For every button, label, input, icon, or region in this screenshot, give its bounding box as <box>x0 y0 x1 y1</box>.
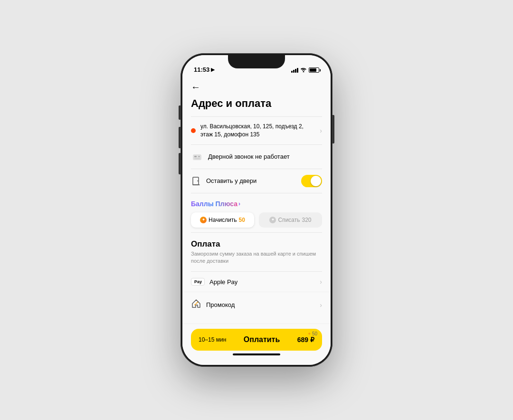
svg-point-8 <box>197 302 198 303</box>
door-toggle[interactable] <box>301 175 322 187</box>
pay-button[interactable]: 10–15 мин Оплатить ✦ 50 689 ₽ <box>191 329 322 351</box>
bottom-bar: 10–15 мин Оплатить ✦ 50 689 ₽ <box>182 324 331 365</box>
phone-screen: 11:53 ▶ <box>182 55 331 365</box>
payment-subtitle: Заморозим сумму заказа на вашей карте и … <box>191 250 322 265</box>
battery-icon <box>309 67 319 73</box>
svg-point-2 <box>199 156 200 157</box>
apple-pay-chevron-icon: › <box>320 278 322 286</box>
bonus-icon: ✦ <box>307 331 311 336</box>
back-button[interactable]: ← <box>191 82 322 93</box>
payment-section: Оплата Заморозим сумму заказа на вашей к… <box>182 233 331 272</box>
signal-icon <box>291 68 298 73</box>
delivery-time: 10–15 мин <box>199 336 226 343</box>
accrue-value: 50 <box>239 217 245 223</box>
apple-pay-badge-icon: Pay <box>191 278 205 286</box>
pay-bonus-amount: ✦ 50 <box>307 331 317 336</box>
notch <box>228 55 285 68</box>
silent-button <box>179 105 180 120</box>
door-icon <box>191 176 201 186</box>
apple-pay-row[interactable]: Pay Apple Pay › <box>182 272 331 292</box>
svg-rect-3 <box>194 158 200 159</box>
door-label: Оставить у двери <box>206 177 301 184</box>
address-text: ул. Васильцовская, 10, 125, подъезд 2, э… <box>200 123 317 139</box>
svg-point-7 <box>195 305 196 305</box>
pay-button-label: Оплатить <box>244 335 280 344</box>
phone-frame: 11:53 ▶ <box>180 53 332 367</box>
promo-row[interactable]: Промокод › <box>182 292 331 317</box>
location-icon: ▶ <box>211 67 215 73</box>
back-arrow-icon: ← <box>191 82 200 93</box>
bottom-spacer <box>182 317 331 324</box>
payment-title: Оплата <box>191 239 322 249</box>
promo-icon <box>191 298 201 311</box>
volume-down-button <box>179 153 180 174</box>
toggle-knob <box>311 176 321 186</box>
home-indicator <box>233 353 280 355</box>
intercom-row[interactable]: Дверной звонок не работает <box>182 145 331 169</box>
address-dot-icon <box>191 128 196 133</box>
power-button <box>332 115 334 143</box>
screen-content[interactable]: ← Адрес и оплата ул. Васильцовская, 10, … <box>182 76 331 324</box>
spend-button[interactable]: ✦ Списать 320 <box>259 212 322 228</box>
wifi-icon <box>300 67 307 73</box>
promo-label: Промокод <box>206 301 317 308</box>
accrue-coin-icon: ✦ <box>200 217 207 223</box>
status-time: 11:53 <box>194 66 209 73</box>
bonus-title-text: Баллы Плюса <box>191 200 238 208</box>
accrue-label: Начислить <box>209 217 237 223</box>
svg-rect-0 <box>193 154 201 160</box>
spend-label: Списать <box>278 217 300 223</box>
promo-chevron-icon: › <box>320 301 322 309</box>
back-section: ← <box>182 76 331 95</box>
bonus-section: Баллы Плюса › ✦ Начислить 50 ✦ Списать 3… <box>182 193 331 232</box>
spend-value: 320 <box>302 217 312 223</box>
intercom-icon <box>191 151 203 163</box>
address-chevron-icon: › <box>320 127 322 134</box>
spend-coin-icon: ✦ <box>269 217 276 223</box>
door-row: Оставить у двери <box>182 169 331 193</box>
bonus-title[interactable]: Баллы Плюса › <box>191 200 322 208</box>
status-icons <box>291 67 319 73</box>
bonus-buttons: ✦ Начислить 50 ✦ Списать 320 <box>191 212 322 228</box>
svg-rect-5 <box>197 181 199 181</box>
volume-up-button <box>179 127 180 148</box>
apple-pay-label: Apple Pay <box>209 278 317 286</box>
pay-price: 689 ₽ <box>297 336 314 344</box>
intercom-label: Дверной звонок не работает <box>208 153 290 160</box>
address-row[interactable]: ул. Васильцовская, 10, 125, подъезд 2, э… <box>182 117 331 144</box>
page-title-section: Адрес и оплата <box>182 95 331 116</box>
svg-rect-1 <box>194 156 197 157</box>
page-title: Адрес и оплата <box>191 97 322 110</box>
accrue-button[interactable]: ✦ Начислить 50 <box>191 212 254 228</box>
bonus-arrow-icon: › <box>238 200 240 207</box>
